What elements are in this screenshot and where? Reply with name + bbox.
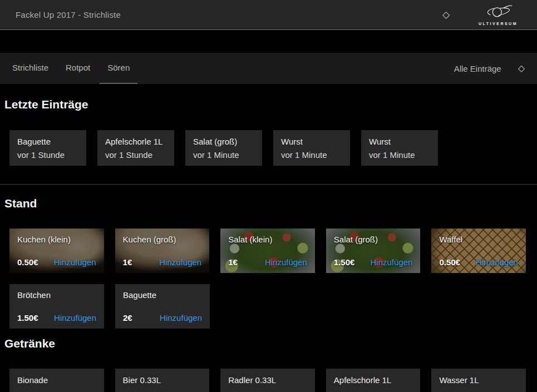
topbar-right: ◇ ULTIVERSUM xyxy=(442,4,518,26)
add-button[interactable]: Hinzufügen xyxy=(159,257,201,267)
tab-soeren[interactable]: Sören xyxy=(100,53,137,84)
product-price: 1.50€ xyxy=(17,313,38,322)
topbar: Fackel Up 2017 - Strichliste ◇ ULTIVERSU… xyxy=(0,0,537,30)
tabbar: Strichliste Rotpot Sören Alle Einträge ◇ xyxy=(0,53,537,84)
logo-text: ULTIVERSUM xyxy=(479,22,518,26)
drink-card-apfelschorle[interactable]: Apfelschorle 1L xyxy=(326,369,421,392)
product-card-kuchen-gross[interactable]: Kuchen (groß) 1€ Hinzufügen xyxy=(115,229,210,273)
entry-time: vor 1 Stunde xyxy=(17,149,78,161)
recent-entry-card: Wurst vor 1 Minute xyxy=(273,130,350,166)
product-price: 1€ xyxy=(123,257,132,267)
product-price: 0.50€ xyxy=(439,257,460,267)
product-name: Apfelschorle 1L xyxy=(334,375,413,385)
product-name: Bionade xyxy=(17,375,96,385)
diamond-icon[interactable]: ◇ xyxy=(518,64,525,73)
add-button[interactable]: Hinzufügen xyxy=(54,257,96,267)
tab-strichliste[interactable]: Strichliste xyxy=(4,53,56,84)
product-name: Baguette xyxy=(123,290,202,300)
entry-name: Baguette xyxy=(17,136,78,147)
entry-name: Wurst xyxy=(369,136,430,147)
recent-entry-card: Baguette vor 1 Stunde xyxy=(9,130,86,166)
tab-rotpot[interactable]: Rotpot xyxy=(58,53,98,84)
product-name: Salat (groß) xyxy=(334,235,413,244)
product-card-salat-klein[interactable]: Salat (klein) 1€ Hinzufügen xyxy=(220,229,315,273)
product-card-kuchen-klein[interactable]: Kuchen (klein) 0.50€ Hinzufügen xyxy=(9,229,104,273)
ultiversum-logo: ULTIVERSUM xyxy=(479,4,518,26)
entry-time: vor 1 Stunde xyxy=(105,149,166,161)
product-price: 0.50€ xyxy=(17,257,38,267)
stand-row-2: Brötchen 1.50€ Hinzufügen Baguette 2€ Hi… xyxy=(0,284,537,329)
section-divider xyxy=(0,184,537,185)
product-name: Kuchen (groß) xyxy=(123,235,202,244)
product-card-broetchen[interactable]: Brötchen 1.50€ Hinzufügen xyxy=(9,284,104,329)
planet-icon xyxy=(483,4,513,21)
add-button[interactable]: Hinzufügen xyxy=(370,257,412,267)
all-entries-link[interactable]: Alle Einträge xyxy=(454,64,501,73)
recent-entries-heading: Letzte Einträge xyxy=(4,98,537,111)
product-card-waffel[interactable]: Waffel 0.50€ Hinzufügen xyxy=(431,229,526,273)
add-button[interactable]: Hinzufügen xyxy=(54,313,96,322)
product-name: Bier 0.33L xyxy=(123,375,202,385)
entry-time: vor 1 Minute xyxy=(193,149,254,161)
add-button[interactable]: Hinzufügen xyxy=(265,257,307,267)
drink-card-radler[interactable]: Radler 0.33L xyxy=(220,369,315,392)
entry-name: Apfelschorle 1L xyxy=(105,136,166,147)
product-name: Brötchen xyxy=(17,290,96,300)
recent-entry-card: Salat (groß) vor 1 Minute xyxy=(185,130,262,166)
product-name: Salat (klein) xyxy=(228,235,307,244)
app-title: Fackel Up 2017 - Strichliste xyxy=(16,10,121,19)
product-price: 1€ xyxy=(228,257,238,267)
drink-card-wasser[interactable]: Wasser 1L xyxy=(431,369,526,392)
product-name: Radler 0.33L xyxy=(228,375,307,385)
add-button[interactable]: Hinzufügen xyxy=(160,313,202,322)
entry-name: Wurst xyxy=(281,136,342,147)
recent-entries-row: Baguette vor 1 Stunde Apfelschorle 1L vo… xyxy=(0,130,537,166)
product-name: Kuchen (klein) xyxy=(17,235,96,244)
entry-name: Salat (groß) xyxy=(193,136,254,147)
product-card-salat-gross[interactable]: Salat (groß) 1.50€ Hinzufügen xyxy=(326,229,421,273)
product-name: Wasser 1L xyxy=(439,375,518,385)
product-name: Waffel xyxy=(439,235,518,244)
recent-entry-card: Wurst vor 1 Minute xyxy=(361,130,438,166)
product-price: 1.50€ xyxy=(334,257,355,267)
stand-heading: Stand xyxy=(4,197,537,210)
diamond-icon[interactable]: ◇ xyxy=(442,10,450,19)
stand-row-1: Kuchen (klein) 0.50€ Hinzufügen Kuchen (… xyxy=(0,229,537,273)
entry-time: vor 1 Minute xyxy=(369,149,430,161)
add-button[interactable]: Hinzufügen xyxy=(476,257,518,267)
product-price: 2€ xyxy=(123,313,132,322)
product-card-baguette[interactable]: Baguette 2€ Hinzufügen xyxy=(115,284,210,329)
entry-time: vor 1 Minute xyxy=(281,149,342,161)
drinks-row: Bionade Bier 0.33L Radler 0.33L Apfelsch… xyxy=(0,369,537,392)
drink-card-bionade[interactable]: Bionade xyxy=(9,369,104,392)
tabbar-right: Alle Einträge ◇ xyxy=(454,53,525,84)
drinks-heading: Getränke xyxy=(4,337,537,350)
recent-entry-card: Apfelschorle 1L vor 1 Stunde xyxy=(97,130,174,166)
drink-card-bier[interactable]: Bier 0.33L xyxy=(115,369,210,392)
